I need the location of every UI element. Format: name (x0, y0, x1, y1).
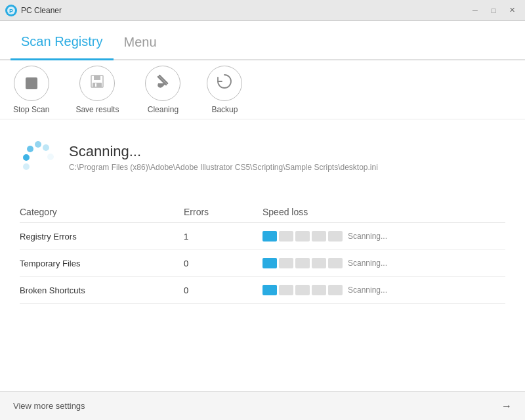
arrow-icon: → (501, 400, 512, 412)
restore-button[interactable]: □ (486, 4, 501, 17)
svg-rect-5 (95, 83, 96, 87)
svg-rect-4 (93, 83, 102, 87)
cleaning-label: Cleaning (148, 105, 178, 114)
seg-2 (279, 258, 293, 268)
seg-5 (328, 285, 343, 295)
stop-scan-label: Stop Scan (13, 105, 49, 114)
stop-scan-circle (14, 66, 49, 101)
window-controls: ─ □ ✕ (467, 4, 520, 17)
header-category: Category (20, 201, 184, 223)
errors-shortcuts: 0 (184, 277, 262, 304)
results-table: Category Errors Speed loss Registry Erro… (20, 201, 505, 304)
stop-icon (26, 77, 37, 89)
seg-3 (295, 258, 310, 268)
speed-temp: Scanning... (262, 250, 505, 277)
main-content: Scanning... C:\Program Files (x86)\Adobe… (0, 119, 525, 391)
header-errors: Errors (184, 201, 262, 223)
scan-label-registry: Scanning... (348, 232, 387, 241)
save-icon (89, 74, 105, 93)
speed-registry: Scanning... (262, 223, 505, 250)
view-more-settings-button[interactable]: View more settings → (0, 391, 525, 420)
svg-point-9 (27, 146, 33, 152)
svg-point-13 (23, 163, 30, 170)
seg-2 (279, 231, 293, 242)
category-temp: Temporary Files (20, 250, 184, 277)
app-icon: P (5, 5, 17, 16)
seg-1 (262, 258, 277, 268)
seg-5 (328, 231, 343, 242)
svg-point-10 (35, 141, 41, 148)
speed-bar-temp: Scanning... (262, 258, 505, 268)
svg-text:P: P (9, 8, 13, 14)
minimize-button[interactable]: ─ (467, 4, 483, 17)
bar-segments-temp (262, 258, 343, 268)
cleaning-circle (145, 66, 180, 101)
speed-bar-shortcuts: Scanning... (262, 285, 505, 295)
save-results-circle (79, 66, 115, 101)
speed-bar-registry: Scanning... (262, 231, 505, 242)
bar-segments-shortcuts (262, 285, 343, 295)
backup-circle (207, 66, 242, 101)
scanning-text: Scanning... C:\Program Files (x86)\Adobe… (69, 143, 378, 172)
stop-scan-button[interactable]: Stop Scan (13, 66, 49, 114)
save-results-button[interactable]: Save results (75, 66, 119, 114)
seg-3 (295, 231, 310, 242)
brush-icon (154, 73, 171, 94)
table-row: Registry Errors 1 Scanning... (20, 223, 505, 250)
svg-point-12 (47, 154, 54, 160)
scanning-area: Scanning... C:\Program Files (x86)\Adobe… (20, 133, 505, 182)
seg-1 (262, 231, 277, 242)
tab-scan-registry[interactable]: Scan Registry (10, 28, 114, 60)
seg-4 (312, 258, 326, 268)
errors-registry: 1 (184, 223, 262, 250)
view-more-label: View more settings (13, 401, 501, 411)
seg-4 (312, 231, 326, 242)
toolbar: Stop Scan Save results (0, 60, 525, 119)
seg-4 (312, 285, 326, 295)
app-title: PC Cleaner (21, 6, 467, 15)
header-speed: Speed loss (262, 201, 505, 223)
loading-spinner (20, 139, 56, 175)
category-registry: Registry Errors (20, 223, 184, 250)
errors-temp: 0 (184, 250, 262, 277)
seg-1 (262, 285, 277, 295)
table-row: Temporary Files 0 Scanning... (20, 250, 505, 277)
navigation-bar: Scan Registry Menu (0, 21, 525, 60)
table-header: Category Errors Speed loss (20, 201, 505, 223)
scanning-file: C:\Program Files (x86)\Adobe\Adobe Illus… (69, 163, 378, 172)
svg-point-11 (43, 144, 49, 151)
seg-2 (279, 285, 293, 295)
backup-button[interactable]: Backup (207, 66, 242, 114)
scan-label-temp: Scanning... (348, 259, 387, 268)
scanning-status: Scanning... (69, 143, 378, 160)
table-body: Registry Errors 1 Scanning... (20, 223, 505, 304)
close-button[interactable]: ✕ (504, 4, 520, 17)
seg-5 (328, 258, 343, 268)
title-bar: P PC Cleaner ─ □ ✕ (0, 0, 525, 21)
backup-label: Backup (211, 105, 238, 114)
speed-shortcuts: Scanning... (262, 277, 505, 304)
tab-menu[interactable]: Menu (114, 28, 167, 59)
table-row: Broken Shortcuts 0 Scanning... (20, 277, 505, 304)
svg-rect-3 (94, 75, 100, 80)
seg-3 (295, 285, 310, 295)
bar-segments-registry (262, 231, 343, 242)
backup-icon (216, 73, 233, 94)
cleaning-button[interactable]: Cleaning (145, 66, 180, 114)
scan-label-shortcuts: Scanning... (348, 285, 387, 295)
category-shortcuts: Broken Shortcuts (20, 277, 184, 304)
save-results-label: Save results (75, 105, 119, 114)
svg-point-8 (23, 154, 30, 161)
